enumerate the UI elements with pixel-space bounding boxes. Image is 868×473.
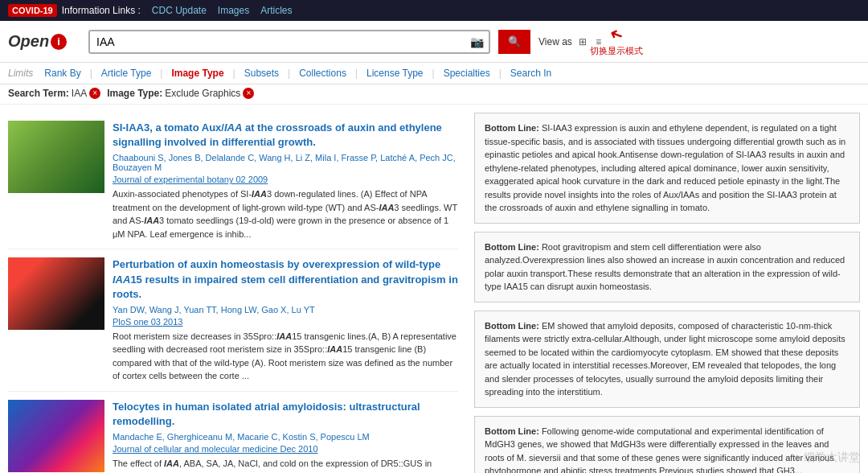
table-row: Telocytes in human isolated atrial amylo… (8, 392, 458, 473)
result-info-2: Perturbation of auxin homeostasis by ove… (113, 257, 458, 383)
annotation: ➜ 切换显示模式 (590, 26, 643, 57)
filter-collections[interactable]: Collections (296, 66, 350, 80)
search-bar-row: Open i 📷 🔍 View as ⊞ ≡ ➜ 切换显示模式 (0, 21, 868, 63)
filter-search-in[interactable]: Search In (507, 66, 555, 80)
search-icons: 📷 (470, 35, 489, 48)
bottom-line-panel: Bottom Line: SI-IAA3 expression is auxin… (458, 113, 860, 473)
remove-image-type[interactable]: × (243, 88, 254, 99)
filter-rank-by[interactable]: Rank By (41, 66, 84, 80)
limits-label: Limits (8, 68, 33, 79)
bl-item-3: Bottom Line: EM showed that amyloid depo… (474, 311, 860, 408)
thumbnail-3 (8, 400, 104, 472)
bl-item-2: Bottom Line: Root gravitropism and stem … (474, 232, 860, 302)
results-list: SI-IAA3, a tomato Aux/IAA at the crossro… (8, 113, 458, 473)
bl-item-4: Bottom Line: Following genome-wide compu… (474, 416, 860, 474)
images-link[interactable]: Images (218, 5, 249, 16)
image-type-label: Image Type: (107, 88, 162, 99)
search-term-filter: Search Term: IAA × (8, 88, 100, 99)
table-row: SI-IAA3, a tomato Aux/IAA at the crossro… (8, 113, 458, 249)
bl-label-4: Bottom Line: (485, 426, 542, 436)
result-info-1: SI-IAA3, a tomato Aux/IAA at the crossro… (113, 121, 458, 241)
bl-label-1: Bottom Line: (485, 123, 542, 133)
result-title-1[interactable]: SI-IAA3, a tomato Aux/IAA at the crossro… (113, 121, 458, 150)
annotation-text: 切换显示模式 (590, 45, 643, 57)
filter-license-type[interactable]: License Type (363, 66, 427, 80)
search-term-label: Search Term: (8, 88, 69, 99)
articles-link[interactable]: Articles (260, 5, 292, 16)
result-journal-1[interactable]: Journal of experimental botany 02 2009 (113, 175, 458, 184)
covid-badge: COVID-19 (8, 4, 57, 17)
top-bar: COVID-19 Information Links : CDC Update … (0, 0, 868, 21)
main-content: SI-IAA3, a tomato Aux/IAA at the crossro… (0, 105, 868, 473)
grid-view-icon[interactable]: ⊞ (575, 35, 590, 49)
annotation-arrow: ➜ (607, 24, 626, 47)
result-title-3[interactable]: Telocytes in human isolated atrial amylo… (113, 400, 458, 429)
result-authors-1: Chaabouni S, Jones B, Delalande C, Wang … (113, 153, 458, 172)
filter-specialties[interactable]: Specialties (440, 66, 493, 80)
logo-icon: i (51, 34, 67, 50)
filter-image-type[interactable]: Image Type (168, 66, 227, 80)
result-journal-2[interactable]: PloS one 03 2013 (113, 317, 458, 327)
result-info-3: Telocytes in human isolated atrial amylo… (113, 400, 458, 473)
logo: Open i (8, 32, 80, 51)
cdc-update-link[interactable]: CDC Update (152, 5, 207, 16)
bl-label-2: Bottom Line: (485, 242, 542, 252)
logo-text: Open (8, 32, 49, 51)
search-input[interactable] (90, 31, 470, 52)
result-abstract-3: The effect of IAA, ABA, SA, JA, NaCl, an… (113, 457, 458, 473)
bl-item-1: Bottom Line: SI-IAA3 expression is auxin… (474, 113, 860, 224)
image-type-value: Exclude Graphics (165, 88, 240, 99)
image-type-filter: Image Type: Exclude Graphics × (107, 88, 254, 99)
camera-icon[interactable]: 📷 (470, 35, 484, 48)
bl-text-3: EM showed that amyloid deposits, compose… (485, 321, 845, 397)
active-filters: Search Term: IAA × Image Type: Exclude G… (0, 84, 868, 105)
remove-search-term[interactable]: × (89, 88, 100, 99)
result-authors-2: Yan DW, Wang J, Yuan TT, Hong LW, Gao X,… (113, 305, 458, 315)
search-button[interactable]: 🔍 (498, 30, 530, 54)
result-journal-3[interactable]: Journal of cellular and molecular medici… (113, 444, 458, 454)
search-term-value: IAA (72, 88, 87, 99)
search-input-wrap: 📷 (88, 30, 490, 54)
result-abstract-2: Root meristem size decreases in 35Spro::… (113, 330, 458, 383)
thumbnail-2 (8, 257, 104, 330)
result-abstract-1: Auxin-associated phenotypes of SI-IAA3 d… (113, 187, 458, 241)
filters-row: Limits Rank By | Article Type | Image Ty… (0, 63, 868, 84)
result-authors-3: Mandache E, Gherghiceanu M, Macarie C, K… (113, 432, 458, 442)
covid-label: Information Links : (62, 5, 141, 16)
bl-text-1: SI-IAA3 expression is auxin and ethylene… (485, 123, 845, 212)
filter-article-type[interactable]: Article Type (98, 66, 154, 80)
table-row: Perturbation of auxin homeostasis by ove… (8, 249, 458, 392)
view-as-label: View as (538, 36, 572, 47)
thumbnail-1 (8, 121, 104, 193)
filter-subsets[interactable]: Subsets (241, 66, 282, 80)
bl-label-3: Bottom Line: (485, 321, 542, 331)
result-title-2[interactable]: Perturbation of auxin homeostasis by ove… (113, 257, 458, 302)
